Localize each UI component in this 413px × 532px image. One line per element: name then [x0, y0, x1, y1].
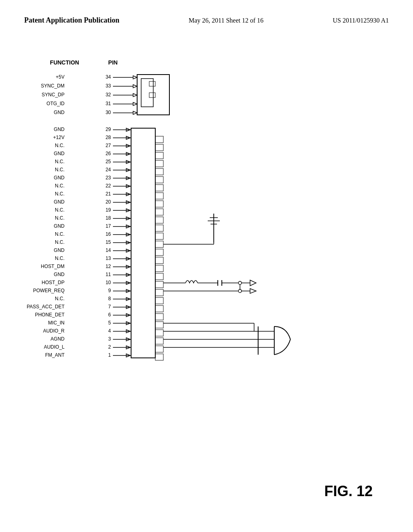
svg-text:6: 6	[108, 312, 111, 318]
svg-text:GND: GND	[54, 110, 65, 115]
svg-text:MIC_IN: MIC_IN	[48, 320, 65, 326]
svg-text:10: 10	[106, 280, 111, 285]
svg-text:N.C.: N.C.	[55, 296, 65, 301]
svg-text:PIN: PIN	[108, 59, 117, 66]
svg-marker-5	[133, 76, 137, 79]
circuit-diagram: FUNCTION PIN +5V 34 SYNC_DM 33 SYNC_DP 3…	[24, 52, 379, 415]
svg-rect-158	[155, 217, 163, 223]
patent-number: US 2011/0125930 A1	[333, 17, 389, 24]
svg-text:GND: GND	[54, 272, 65, 277]
svg-rect-172	[155, 330, 163, 336]
svg-text:HOST_DM: HOST_DM	[41, 264, 65, 269]
svg-text:13: 13	[106, 256, 111, 261]
svg-rect-167	[155, 289, 163, 296]
svg-text:N.C.: N.C.	[55, 191, 65, 197]
svg-text:N.C.: N.C.	[55, 183, 65, 189]
svg-point-187	[238, 281, 242, 285]
svg-text:29: 29	[106, 127, 111, 132]
svg-rect-24	[149, 81, 155, 86]
svg-text:28: 28	[106, 135, 111, 140]
svg-text:HOST_DP: HOST_DP	[42, 280, 65, 285]
publication-title: Patent Application Publication	[24, 16, 119, 25]
svg-rect-151	[155, 160, 163, 167]
svg-rect-163	[155, 257, 163, 264]
svg-marker-17	[133, 102, 137, 106]
svg-text:21: 21	[106, 191, 111, 197]
svg-text:7: 7	[108, 304, 111, 310]
svg-text:22: 22	[106, 183, 111, 189]
svg-text:PHONE_DET: PHONE_DET	[35, 312, 65, 318]
svg-rect-164	[155, 265, 163, 272]
svg-text:27: 27	[106, 143, 111, 148]
svg-marker-9	[133, 85, 137, 88]
svg-rect-157	[155, 209, 163, 215]
svg-text:+12V: +12V	[53, 135, 65, 140]
svg-text:N.C.: N.C.	[55, 167, 65, 172]
svg-text:N.C.: N.C.	[55, 239, 65, 245]
svg-text:25: 25	[106, 159, 111, 164]
svg-text:FUNCTION: FUNCTION	[50, 59, 79, 66]
svg-text:8: 8	[108, 296, 111, 301]
svg-text:GND: GND	[54, 199, 65, 205]
svg-text:N.C.: N.C.	[55, 143, 65, 148]
svg-text:14: 14	[106, 247, 111, 253]
svg-rect-165	[155, 273, 163, 280]
figure-label: FIG. 12	[324, 483, 373, 500]
svg-rect-161	[155, 241, 163, 247]
svg-rect-147	[131, 128, 155, 358]
svg-rect-169	[155, 305, 163, 312]
svg-rect-173	[155, 338, 163, 344]
svg-text:32: 32	[106, 92, 111, 98]
svg-text:3: 3	[108, 336, 111, 342]
svg-text:GND: GND	[54, 151, 65, 156]
svg-text:N.C.: N.C.	[55, 256, 65, 261]
svg-rect-162	[155, 249, 163, 256]
svg-text:18: 18	[106, 215, 111, 221]
date-sheet: May 26, 2011 Sheet 12 of 16	[189, 17, 264, 24]
svg-text:GND: GND	[54, 127, 65, 132]
svg-text:20: 20	[106, 199, 111, 205]
svg-text:31: 31	[106, 101, 111, 106]
svg-text:4: 4	[108, 328, 111, 334]
svg-text:N.C.: N.C.	[55, 231, 65, 237]
svg-text:GND: GND	[54, 247, 65, 253]
svg-point-190	[238, 289, 242, 293]
svg-text:GND: GND	[54, 175, 65, 181]
svg-text:OTG_ID: OTG_ID	[46, 101, 65, 106]
svg-text:POWER_REQ: POWER_REQ	[33, 288, 65, 293]
svg-rect-25	[149, 93, 155, 98]
svg-rect-168	[155, 297, 163, 304]
svg-text:SYNC_DP: SYNC_DP	[42, 92, 65, 98]
svg-text:AGND: AGND	[50, 336, 65, 342]
svg-text:GND: GND	[54, 223, 65, 229]
svg-text:33: 33	[106, 83, 111, 89]
svg-rect-174	[155, 346, 163, 352]
svg-text:AUDIO_R: AUDIO_R	[43, 328, 65, 334]
svg-text:SYNC_DM: SYNC_DM	[41, 83, 65, 89]
svg-rect-155	[155, 193, 163, 199]
svg-text:FM_ANT: FM_ANT	[45, 352, 65, 358]
svg-text:34: 34	[106, 74, 111, 80]
svg-text:11: 11	[106, 272, 111, 277]
svg-text:12: 12	[106, 264, 111, 269]
svg-rect-152	[155, 168, 163, 175]
svg-text:N.C.: N.C.	[55, 215, 65, 221]
svg-text:PASS_ACC_DET: PASS_ACC_DET	[27, 304, 65, 310]
svg-marker-21	[133, 111, 137, 114]
svg-rect-170	[155, 314, 163, 320]
diagram-svg: FUNCTION PIN +5V 34 SYNC_DM 33 SYNC_DP 3…	[24, 52, 379, 415]
svg-text:1: 1	[108, 352, 111, 358]
svg-rect-153	[155, 177, 163, 183]
svg-text:26: 26	[106, 151, 111, 156]
svg-rect-166	[155, 281, 163, 288]
svg-rect-150	[155, 152, 163, 159]
svg-rect-160	[155, 233, 163, 239]
svg-text:23: 23	[106, 175, 111, 181]
svg-marker-13	[133, 94, 137, 97]
svg-text:N.C.: N.C.	[55, 159, 65, 164]
svg-rect-159	[155, 225, 163, 231]
svg-rect-154	[155, 185, 163, 191]
svg-text:AUDIO_L: AUDIO_L	[44, 344, 65, 350]
svg-text:17: 17	[106, 223, 111, 229]
svg-text:19: 19	[106, 207, 111, 213]
